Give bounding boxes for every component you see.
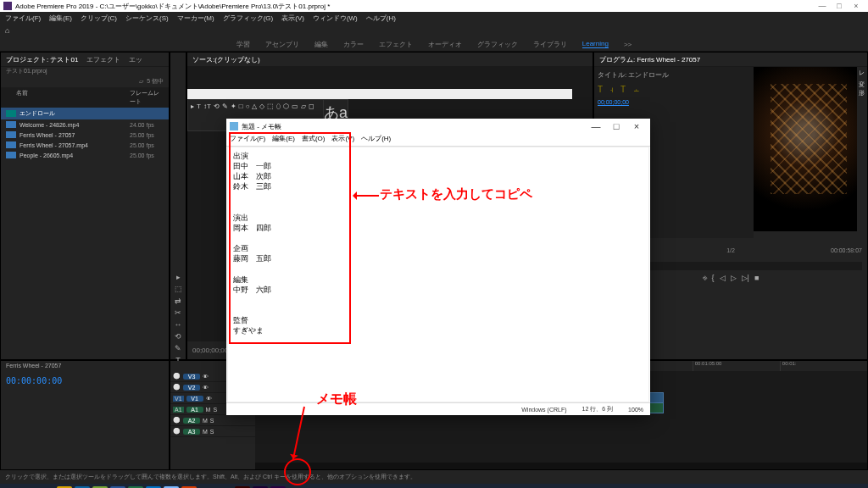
titler-tool-icon[interactable]: △: [252, 103, 257, 111]
project-item[interactable]: Welcome - 24826.mp424.00 fps: [1, 119, 169, 130]
project-item[interactable]: Ferris Wheel - 27057.mp425.00 fps: [1, 140, 169, 150]
titler-tool-icon[interactable]: T: [197, 103, 201, 111]
menu-clip[interactable]: クリップ(C): [81, 14, 117, 23]
notepad-max[interactable]: □: [606, 121, 626, 131]
align-icon[interactable]: ⫞: [609, 85, 614, 94]
play-button[interactable]: ▷: [731, 274, 737, 282]
win-max[interactable]: □: [831, 2, 848, 10]
step-fwd-button[interactable]: ▷|: [742, 274, 749, 282]
titler-tool-icon[interactable]: ○: [246, 103, 250, 111]
titler-tool-icon[interactable]: ↕T: [203, 103, 211, 111]
col-name[interactable]: 名前: [16, 89, 130, 106]
timeline-timecode[interactable]: 00:00:00:00: [6, 376, 62, 385]
selection-tool-icon[interactable]: ▸: [176, 273, 181, 281]
status-bar: クリックで選択、または選択ツールをドラッグして囲んで複数を選択します。Shift…: [0, 470, 868, 484]
ripple-tool-icon[interactable]: ⇄: [175, 297, 181, 305]
track-header[interactable]: ⚪A3MS: [170, 426, 255, 437]
menu-view[interactable]: 表示(V): [281, 14, 304, 23]
tab-program[interactable]: プログラム: Ferris Wheel - 27057: [599, 55, 700, 64]
align-icon[interactable]: T: [598, 85, 603, 94]
notepad-textarea[interactable]: 出演 田中 一郎 山本 次郎 鈴木 三郎 演出 岡本 四郎 企画 藤岡 五郎 編…: [227, 147, 649, 402]
tab-source[interactable]: ソース:(クリップなし): [192, 55, 260, 64]
app-icon: [3, 2, 12, 10]
ws-learning-jp[interactable]: 学習: [236, 40, 250, 49]
titler-tool-icon[interactable]: ▭: [292, 103, 298, 111]
menu-help[interactable]: ヘルプ(H): [366, 14, 396, 23]
timeline-scrollbar[interactable]: [255, 463, 867, 469]
timeline-tab[interactable]: Ferris Wheel - 27057: [1, 361, 169, 376]
app-titlebar: Adobe Premiere Pro 2019 - C:\ユーザー\gokko\…: [0, 0, 868, 12]
titler-tc[interactable]: 00;00;00;00: [598, 99, 750, 105]
notepad-menubar: ファイル(F) 編集(E) 書式(O) 表示(V) ヘルプ(H): [226, 134, 650, 147]
menu-window[interactable]: ウィンドウ(W): [313, 14, 358, 23]
titler-tool-icon[interactable]: ✎: [222, 103, 228, 111]
hand-tool-icon[interactable]: ✎: [175, 344, 181, 352]
project-item[interactable]: Ferris Wheel - 2705725.00 fps: [1, 130, 169, 140]
ws-editing[interactable]: 編集: [314, 40, 328, 49]
titler-tool-icon[interactable]: □: [239, 103, 243, 111]
titler-tool-icon[interactable]: ✦: [231, 103, 236, 111]
titler-tool-icon[interactable]: ⟲: [214, 103, 220, 111]
col-framerate[interactable]: フレームレート: [130, 89, 164, 106]
np-menu-format[interactable]: 書式(O): [302, 134, 326, 146]
project-file: テスト01.prproj: [1, 67, 169, 75]
menu-graphics[interactable]: グラフィック(G): [223, 14, 274, 23]
menu-file[interactable]: ファイル(F): [5, 14, 41, 23]
titler-tool-icon[interactable]: ◇: [259, 103, 264, 111]
bin-filter-icon[interactable]: ▱: [139, 78, 143, 85]
ws-learning-en[interactable]: Learning: [582, 40, 609, 48]
np-menu-edit[interactable]: 編集(E): [272, 134, 295, 146]
titler-tool-icon[interactable]: ⬯: [276, 103, 281, 111]
fit-label[interactable]: 1/2: [726, 247, 735, 253]
ws-assembly[interactable]: アセンブリ: [265, 40, 299, 49]
ws-audio[interactable]: オーディオ: [428, 40, 462, 49]
home-icon[interactable]: ⌂: [5, 26, 9, 35]
ws-library[interactable]: ライブラリ: [533, 40, 567, 49]
program-monitor[interactable]: [754, 67, 857, 231]
titler-tool-icon[interactable]: ⬚: [267, 103, 274, 111]
menu-sequence[interactable]: シーケンス(S): [125, 14, 169, 23]
project-item[interactable]: エンドロール: [1, 108, 169, 119]
np-zoom: 100%: [628, 407, 643, 413]
tab-effects[interactable]: エフェクト: [86, 55, 120, 64]
notepad-statusbar: Windows (CRLF) 12 行、6 列 100%: [226, 402, 650, 415]
razor-tool-icon[interactable]: ✂: [175, 308, 181, 317]
stop-button[interactable]: ■: [754, 274, 759, 282]
project-item[interactable]: People - 26605.mp425.00 fps: [1, 150, 169, 160]
step-back-button[interactable]: ◁: [720, 274, 726, 282]
titler-tool-icon[interactable]: ◻: [309, 103, 314, 111]
ws-overflow-icon[interactable]: >>: [624, 41, 632, 48]
np-menu-file[interactable]: ファイル(F): [230, 134, 265, 146]
ws-graphics[interactable]: グラフィック: [477, 40, 518, 49]
pen-tool-icon[interactable]: ⟲: [175, 332, 181, 341]
menu-edit[interactable]: 編集(E): [49, 14, 72, 23]
titler-tool-icon[interactable]: ▱: [301, 103, 306, 111]
track-select-tool-icon[interactable]: ⬚: [175, 285, 182, 293]
titler-tool-icon[interactable]: ⬡: [283, 103, 289, 111]
ws-effects[interactable]: エフェクト: [379, 40, 413, 49]
notepad-min[interactable]: —: [586, 121, 606, 131]
taskbar: ⊞ ⌕ ◧ 📁 e ✉ W X O 📄 P ⌨ ◔ Ai Ae Pr 💬 📷 ⚙…: [0, 484, 868, 488]
titler-tool-icon[interactable]: ▸: [191, 103, 194, 111]
align-icon[interactable]: T: [620, 85, 626, 94]
win-close[interactable]: ×: [848, 2, 865, 10]
ws-color[interactable]: カラー: [343, 40, 364, 49]
slip-tool-icon[interactable]: ↔: [175, 320, 182, 329]
align-icon[interactable]: ⫠: [632, 85, 641, 94]
notepad-titlebar[interactable]: 無題 - メモ帳 — □ ×: [226, 119, 650, 134]
app-title: Adobe Premiere Pro 2019 - C:\ユーザー\gokko\…: [15, 2, 330, 11]
np-menu-help[interactable]: ヘルプ(H): [361, 134, 391, 146]
notepad-close[interactable]: ×: [626, 121, 647, 131]
notepad-window[interactable]: 無題 - メモ帳 — □ × ファイル(F) 編集(E) 書式(O) 表示(V)…: [226, 119, 650, 415]
video-icon: [6, 141, 16, 148]
mark-in-button[interactable]: ⎆: [703, 274, 707, 282]
annotation-arrow: [353, 195, 379, 197]
tab-etc[interactable]: エッ: [129, 55, 142, 64]
menu-marker[interactable]: マーカー(M): [177, 14, 214, 23]
np-encoding: Windows (CRLF): [521, 407, 566, 413]
tab-project[interactable]: プロジェクト: テスト01: [6, 55, 78, 64]
win-min[interactable]: —: [814, 2, 831, 10]
np-menu-view[interactable]: 表示(V): [331, 134, 354, 146]
mark-out-button[interactable]: {: [712, 274, 715, 282]
track-header[interactable]: ⚪A2MS: [170, 415, 255, 426]
